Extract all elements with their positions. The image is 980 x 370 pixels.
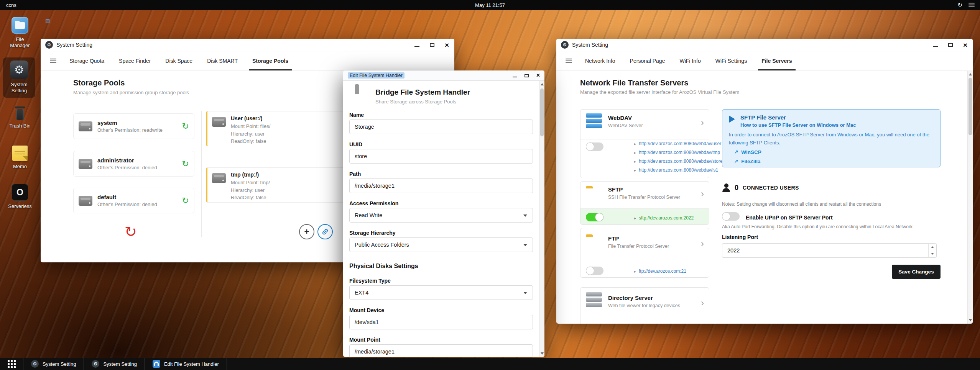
maximize-button[interactable] <box>525 72 529 79</box>
storage-pool-row-system[interactable]: systemOther's Permission: readwrite ↻ <box>73 113 194 139</box>
save-changes-button[interactable]: Save Changes <box>892 265 941 279</box>
tab-network-info[interactable]: Network Info <box>578 51 623 70</box>
maximize-button[interactable] <box>430 42 434 48</box>
chevron-right-icon[interactable]: › <box>701 189 704 198</box>
drive-icon <box>212 117 226 127</box>
filezilla-link[interactable]: ↗FileZilla <box>734 158 761 164</box>
app-launcher-icon[interactable] <box>0 358 23 370</box>
mount-device-field[interactable] <box>349 315 533 329</box>
column-divider <box>201 111 202 237</box>
name-field[interactable] <box>349 120 533 134</box>
desktop-icon-system-setting[interactable]: ⚙ System Setting <box>3 57 35 98</box>
drive-icon <box>79 196 92 206</box>
filesystem-type-select[interactable]: EXT4 <box>349 285 533 300</box>
listening-port-input[interactable]: 2022 <box>722 243 937 258</box>
tab-personal-page[interactable]: Personal Page <box>623 51 673 70</box>
tab-wifi-settings[interactable]: WiFi Settings <box>708 51 754 70</box>
storage-pool-row-default[interactable]: defaultOther's Permission: denied ↻ <box>73 188 194 213</box>
titlebar[interactable]: ⚙ System Setting × <box>41 39 454 51</box>
titlebar[interactable]: ⚙ System Setting × <box>556 39 973 51</box>
tab-storage-quota[interactable]: Storage Quota <box>62 51 112 70</box>
webdav-card[interactable]: WebDAV WebDAV Server › ▸http://dev.arozo… <box>580 109 709 178</box>
mount-point-field[interactable] <box>349 344 533 357</box>
ftp-link[interactable]: ▸ftp://dev.arozos.com:21 <box>634 268 686 274</box>
menu-icon[interactable] <box>44 51 62 70</box>
webdav-link[interactable]: ▸http://dev.arozos.com:8080/webdav/store <box>634 159 723 164</box>
chevron-down-icon <box>523 214 527 217</box>
number-spinner[interactable] <box>928 244 936 257</box>
add-handler-button[interactable]: + <box>299 224 314 239</box>
ftp-toggle[interactable] <box>586 267 603 275</box>
tab-wifi-info[interactable]: WiFi Info <box>672 51 708 70</box>
chevron-down-icon <box>523 244 527 246</box>
taskbar-item-system-setting-2[interactable]: ⚙ System Setting <box>84 358 144 370</box>
webdav-link[interactable]: ▸http://dev.arozos.com:8080/webdav/ls1 <box>634 167 718 173</box>
scrollbar[interactable] <box>539 81 544 357</box>
storage-hierarchy-select[interactable]: Public Access Folders <box>349 237 533 252</box>
tab-bar: Storage Quota Space Finder Disk Space Di… <box>41 51 454 70</box>
listening-port-label: Listening Port <box>722 234 758 240</box>
tab-space-finder[interactable]: Space Finder <box>112 51 158 70</box>
sync-status-icon[interactable]: ↻ <box>957 2 962 8</box>
mount-card-tmp[interactable]: tmp (tmp:/) Mount Point: tmp/ Hierarchy:… <box>206 167 352 203</box>
scroll-up-icon[interactable] <box>541 83 544 85</box>
directory-server-card[interactable]: Directory Server Web file viewer for leg… <box>580 287 709 324</box>
scrollbar-thumb[interactable] <box>540 88 544 136</box>
uuid-field[interactable] <box>349 149 533 164</box>
close-button[interactable]: × <box>445 41 449 49</box>
storage-pool-row-administrator[interactable]: administratorOther's Permission: denied … <box>73 151 194 177</box>
desktop-icon-file-manager[interactable]: File Manager <box>4 17 36 49</box>
chevron-right-icon[interactable]: › <box>701 118 704 127</box>
sync-pool-icon[interactable]: ↻ <box>182 160 189 168</box>
minimize-button[interactable] <box>414 42 419 48</box>
window-title: System Setting <box>56 42 92 48</box>
maximize-button[interactable] <box>948 42 953 48</box>
taskbar: ⚙ System Setting ⚙ System Setting Edit F… <box>0 358 980 370</box>
sync-pool-icon[interactable]: ↻ <box>182 196 189 205</box>
upnp-toggle[interactable] <box>722 212 740 221</box>
access-permission-select[interactable]: Read Write <box>349 208 533 223</box>
sftp-toggle[interactable] <box>586 213 603 221</box>
close-button[interactable]: × <box>536 72 540 79</box>
tab-disk-space[interactable]: Disk Space <box>158 51 200 70</box>
menu-icon[interactable] <box>968 3 975 7</box>
tab-storage-pools[interactable]: Storage Pools <box>245 51 296 70</box>
file-manager-icon <box>12 17 28 34</box>
desktop-icon-trash-bin[interactable]: Trash Bin <box>4 106 36 129</box>
path-field[interactable] <box>349 178 533 193</box>
taskbar-item-system-setting-1[interactable]: ⚙ System Setting <box>23 358 84 370</box>
mount-card-user[interactable]: User (user:/) Mount Point: files/ Hierar… <box>206 111 352 146</box>
drive-icon <box>79 159 92 169</box>
scroll-up-icon[interactable] <box>969 73 972 75</box>
webdav-link[interactable]: ▸http://dev.arozos.com:8080/webdav/tmp <box>634 150 720 155</box>
link-handler-button[interactable] <box>317 224 333 239</box>
minimize-button[interactable] <box>933 42 938 48</box>
desktop-icon-disc[interactable] <box>38 19 57 23</box>
tab-file-servers[interactable]: File Servers <box>754 51 799 70</box>
chevron-right-icon[interactable]: › <box>701 298 704 308</box>
notes-text: Notes: Setting change will disconnect al… <box>722 201 881 207</box>
sftp-link[interactable]: ▸sftp://dev.arozos.com:2022 <box>634 215 694 221</box>
minimize-button[interactable] <box>513 72 517 79</box>
scrollbar-thumb[interactable] <box>968 78 972 135</box>
close-button[interactable]: × <box>963 41 967 49</box>
chevron-right-icon[interactable]: › <box>701 239 704 248</box>
desktop-icon-serverless[interactable]: O Serverless <box>4 184 36 210</box>
tab-disk-smart[interactable]: Disk SMART <box>200 51 245 70</box>
desktop-icon-memo[interactable]: Memo <box>4 146 36 170</box>
scroll-down-icon[interactable] <box>969 319 972 321</box>
titlebar[interactable]: Edit File System Handler × <box>343 70 544 81</box>
sftp-card[interactable]: SFTP SSH File Transfer Protocol Server ›… <box>580 181 709 225</box>
external-link-icon: ↗ <box>734 149 738 155</box>
taskbar-item-edit-fs-handler[interactable]: Edit File System Handler <box>145 358 227 370</box>
sync-pool-icon[interactable]: ↻ <box>182 122 189 131</box>
scroll-down-icon[interactable] <box>541 352 544 355</box>
sign-in-arrow-icon <box>729 116 735 123</box>
menu-icon[interactable] <box>559 51 578 70</box>
winscp-link[interactable]: ↗WinSCP <box>734 149 761 155</box>
ftp-card[interactable]: FTP File Transfer Protocol Server › ▸ftp… <box>580 228 709 278</box>
webdav-toggle[interactable] <box>586 142 603 151</box>
webdav-link[interactable]: ▸http://dev.arozos.com:8080/webdav/user <box>634 141 721 146</box>
refresh-pools-button[interactable]: ↻ <box>123 224 138 239</box>
scrollbar[interactable] <box>967 71 973 324</box>
